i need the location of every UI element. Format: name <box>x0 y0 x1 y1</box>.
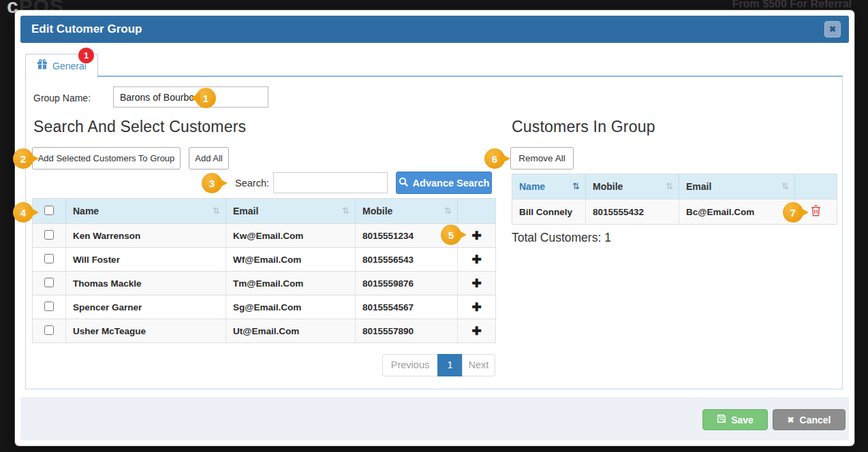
cell-mobile: 8015554567 <box>356 295 458 319</box>
add-all-button[interactable]: Add All <box>189 147 229 170</box>
customers-search-table: Name⇅ Email⇅ Mobile⇅ Ken Warrenson Kw@Em… <box>32 198 496 343</box>
sort-icon[interactable]: ⇅ <box>781 181 789 191</box>
search-input[interactable] <box>273 172 388 193</box>
advance-search-label: Advance Search <box>413 178 490 189</box>
row-checkbox[interactable] <box>44 230 54 240</box>
cell-name: Thomas Mackle <box>66 272 226 295</box>
advance-search-button[interactable]: Advance Search <box>396 172 492 194</box>
row-checkbox[interactable] <box>44 325 54 335</box>
pagination-next[interactable]: Next <box>462 354 495 376</box>
row-checkbox[interactable] <box>44 254 54 263</box>
cell-email: Wf@Email.Com <box>226 248 356 272</box>
sort-icon[interactable]: ⇅ <box>213 206 220 216</box>
cell-name: Will Foster <box>66 248 226 272</box>
cell-email: Kw@Email.Com <box>226 224 356 248</box>
column-header-name[interactable]: Name⇅ <box>512 174 586 199</box>
gift-icon <box>37 55 48 77</box>
column-header-mobile[interactable]: Mobile⇅ <box>356 199 458 224</box>
modal-title: Edit Cutomer Group <box>31 16 142 43</box>
cell-name: Usher McTeague <box>66 319 226 343</box>
tab-step-badge: 1 <box>78 48 94 63</box>
callout-5-add-row: 5 <box>441 225 461 245</box>
cell-email: Sg@Email.Com <box>226 295 356 319</box>
pagination-previous[interactable]: Previous <box>382 354 438 376</box>
row-checkbox[interactable] <box>44 302 54 311</box>
table-row: Will Foster Wf@Email.Com 8015556543 ✚ <box>33 248 496 272</box>
cancel-button[interactable]: ✖ Cancel <box>773 409 846 430</box>
callout-6-remove-all: 6 <box>484 148 505 169</box>
sort-icon[interactable]: ⇅ <box>444 206 452 216</box>
callout-1-group-name: 1 <box>196 88 216 108</box>
close-icon[interactable]: ✖ <box>824 21 841 37</box>
table-header-row: Name⇅ Mobile⇅ Email⇅ <box>512 174 837 199</box>
total-customers-label: Total Customers: 1 <box>512 231 611 245</box>
cell-email: Ut@Email.Com <box>226 319 356 343</box>
row-checkbox[interactable] <box>44 278 54 287</box>
cell-email: Tm@Email.Com <box>226 272 356 295</box>
cell-mobile: 8015555432 <box>586 199 679 225</box>
cell-email: Bc@Email.Com <box>679 199 795 225</box>
right-section-heading: Customers In Group <box>512 118 655 136</box>
callout-3-search: 3 <box>202 173 222 193</box>
pagination: Previous 1 Next <box>382 354 495 376</box>
cancel-x-icon: ✖ <box>788 415 794 425</box>
add-row-icon[interactable]: ✚ <box>471 301 481 314</box>
modal-header: Edit Cutomer Group ✖ <box>20 16 849 43</box>
sort-icon-active[interactable]: ⇅ <box>572 181 580 191</box>
table-row: Ken Warrenson Kw@Email.Com 8015551234 ✚ <box>33 224 496 248</box>
save-label: Save <box>731 415 754 425</box>
callout-7-delete-row: 7 <box>783 202 803 223</box>
add-selected-customers-button[interactable]: Add Selected Customers To Group <box>32 147 181 170</box>
table-header-row: Name⇅ Email⇅ Mobile⇅ <box>33 199 496 224</box>
left-section-heading: Search And Select Customers <box>33 118 246 136</box>
save-icon <box>717 414 726 425</box>
column-header-name[interactable]: Name⇅ <box>66 199 226 224</box>
cell-name: Ken Warrenson <box>66 224 226 248</box>
table-row: Spencer Garner Sg@Email.Com 8015554567 ✚ <box>33 295 496 319</box>
table-row: Usher McTeague Ut@Email.Com 8015557890 ✚ <box>33 319 496 343</box>
cell-mobile: 8015556543 <box>356 248 458 272</box>
add-row-icon[interactable]: ✚ <box>471 277 481 290</box>
search-icon <box>399 177 409 189</box>
column-header-email[interactable]: Email⇅ <box>679 174 795 199</box>
cell-mobile: 8015559876 <box>356 272 458 295</box>
add-row-icon[interactable]: ✚ <box>471 253 481 266</box>
modal-footer: Save ✖ Cancel <box>20 398 849 440</box>
group-name-label: Group Name: <box>33 88 91 108</box>
tab-pane-general: Group Name: 1 Search And Select Customer… <box>25 76 843 389</box>
edit-customer-group-modal: Edit Cutomer Group ✖ General 1 Group Nam… <box>15 10 854 446</box>
remove-all-button[interactable]: Remove All <box>510 147 574 170</box>
sort-icon[interactable]: ⇅ <box>342 206 350 216</box>
save-button[interactable]: Save <box>702 409 768 430</box>
cancel-label: Cancel <box>800 415 831 425</box>
table-row: Thomas Mackle Tm@Email.Com 8015559876 ✚ <box>33 272 496 295</box>
trash-icon[interactable] <box>811 208 821 219</box>
add-row-icon[interactable]: ✚ <box>471 229 481 242</box>
sort-icon[interactable]: ⇅ <box>666 181 673 191</box>
background-promo-text: From $500 For Referral <box>732 0 852 10</box>
column-header-mobile[interactable]: Mobile⇅ <box>586 174 679 199</box>
callout-4-select-all: 4 <box>13 202 33 223</box>
cell-mobile: 8015557890 <box>356 319 458 343</box>
pagination-page-1[interactable]: 1 <box>437 354 463 376</box>
callout-2-add-selected: 2 <box>13 148 33 169</box>
add-row-icon[interactable]: ✚ <box>471 325 481 338</box>
cell-name: Bill Connely <box>512 199 586 225</box>
select-all-checkbox[interactable] <box>44 206 54 215</box>
column-header-email[interactable]: Email⇅ <box>226 199 356 224</box>
cell-name: Spencer Garner <box>66 295 226 319</box>
